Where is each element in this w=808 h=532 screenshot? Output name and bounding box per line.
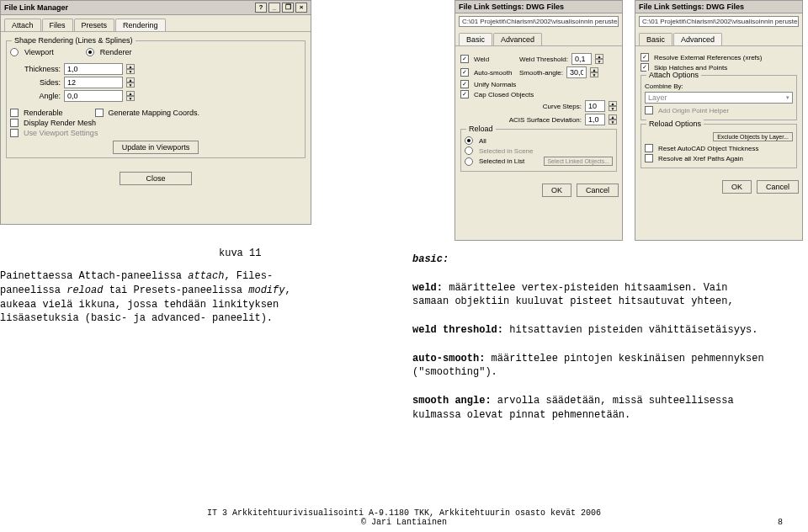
reload-title: Reload (466, 125, 496, 133)
addhelper-checkbox[interactable] (645, 106, 653, 114)
flm-title: File Link Manager (4, 3, 255, 12)
reload-options-group: Reload Options Exclude Objects by Layer.… (641, 124, 797, 168)
dwg2-title: File Link Settings: DWG Files (639, 3, 799, 11)
update-viewports-button[interactable]: Update in Viewports (113, 141, 199, 154)
reload-list-label: Selected in List (479, 157, 540, 165)
dwg2-path[interactable]: C:\01 Projektit\Chiarismi\2002\visualiso… (639, 16, 799, 27)
capclosed-label: Cap Closed Objects (474, 91, 534, 98)
reload-group: Reload All Selected in Scene Selected in… (460, 129, 617, 172)
spin-down-icon[interactable]: ▼ (126, 69, 135, 74)
resolve-label: Resolve External References (xrefs) (654, 54, 763, 61)
tab-files[interactable]: Files (42, 19, 73, 31)
acis-label: ACIS Surface Deviation: (509, 116, 582, 124)
curvesteps-input[interactable] (585, 100, 605, 112)
reload-options-title: Reload Options (646, 120, 704, 128)
weldthr-label: Weld Threshold: (519, 56, 568, 63)
attach-options-title: Attach Options (646, 71, 701, 79)
combine-dropdown[interactable]: Layer (645, 92, 793, 104)
minimize-icon[interactable]: _ (268, 3, 280, 13)
renderer-label: Renderer (100, 48, 132, 56)
renderable-label: Renderable (24, 109, 63, 117)
unify-checkbox[interactable]: ✓ (460, 80, 469, 88)
viewport-radio[interactable] (10, 48, 19, 56)
reload-scene-label: Selected in Scene (479, 147, 534, 155)
dwg2-tab-basic[interactable]: Basic (639, 33, 672, 45)
dwg1-titlebar[interactable]: File Link Settings: DWG Files (455, 1, 622, 13)
autosmooth-checkbox[interactable]: ✓ (460, 68, 469, 77)
dwg1-ok-button[interactable]: OK (542, 184, 571, 197)
dwg1-path[interactable]: C:\01 Projektit\Chiarismi\2002\visualiso… (459, 16, 619, 27)
shape-rendering-group: Shape Rendering (Lines & Splines) Viewpo… (6, 40, 306, 158)
restore-icon[interactable]: ❐ (282, 3, 294, 13)
page-number: 8 (778, 518, 783, 527)
reload-all-label: All (479, 137, 486, 145)
sides-input[interactable] (64, 77, 123, 88)
reset-checkbox[interactable] (645, 144, 653, 152)
reload-scene-radio[interactable] (465, 146, 473, 155)
thickness-label: Thickness: (10, 65, 61, 73)
spin-down-icon[interactable]: ▼ (595, 59, 603, 64)
renderable-checkbox[interactable] (10, 109, 19, 117)
footer: IT 3 Arkkitehtuurivisualisointi A-9.1180… (0, 508, 808, 527)
flm-close-button[interactable]: Close (120, 172, 191, 185)
reload-list-radio[interactable] (465, 157, 473, 166)
file-link-manager-dialog: File Link Manager ? _ ❐ × Attach Files P… (0, 0, 311, 225)
addhelper-label: Add Origin Point Helper (658, 107, 729, 114)
angle-label: Angle: (10, 92, 61, 100)
resolve-checkbox[interactable]: ✓ (641, 53, 649, 61)
renderer-radio[interactable] (86, 48, 94, 56)
dwg2-tab-advanced[interactable]: Advanced (673, 33, 722, 45)
angle-input[interactable] (64, 90, 123, 102)
help-icon[interactable]: ? (255, 3, 267, 13)
tab-rendering[interactable]: Rendering (115, 19, 166, 31)
usevp-checkbox[interactable] (10, 129, 19, 137)
dwg-settings-advanced-dialog: File Link Settings: DWG Files C:\01 Proj… (635, 0, 803, 241)
dwg2-titlebar[interactable]: File Link Settings: DWG Files (635, 1, 802, 13)
dwg2-ok-button[interactable]: OK (722, 180, 752, 194)
thickness-input[interactable] (64, 63, 123, 75)
dwg1-title: File Link Settings: DWG Files (459, 3, 619, 11)
tab-attach[interactable]: Attach (4, 19, 41, 31)
dwg-settings-basic-dialog: File Link Settings: DWG Files C:\01 Proj… (454, 0, 623, 241)
select-linked-button[interactable]: Select Linked Objects... (544, 157, 613, 166)
capclosed-checkbox[interactable]: ✓ (460, 90, 469, 98)
dwg1-tab-basic[interactable]: Basic (459, 33, 492, 45)
exclude-button[interactable]: Exclude Objects by Layer... (713, 132, 793, 141)
caption: kuva 11 (219, 247, 261, 261)
reload-all-radio[interactable] (465, 136, 473, 145)
left-body-text: Painettaessa Attach-paneelissa attach, F… (0, 269, 311, 326)
weld-label: Weld (474, 56, 516, 63)
spin-down-icon[interactable]: ▼ (609, 120, 617, 125)
smoothang-label: Smooth-angle: (519, 69, 563, 77)
spin-down-icon[interactable]: ▼ (126, 96, 135, 101)
dwg1-cancel-button[interactable]: Cancel (577, 184, 619, 197)
dwg1-tab-advanced[interactable]: Advanced (493, 33, 542, 45)
shape-rendering-title: Shape Rendering (Lines & Splines) (12, 36, 136, 45)
resolvexref-checkbox[interactable] (645, 154, 653, 162)
tab-presets[interactable]: Presets (74, 19, 115, 31)
reset-label: Reset AutoCAD Object Thickness (658, 145, 758, 152)
displaymesh-label: Display Render Mesh (24, 119, 96, 127)
genmap-label: Generate Mapping Coords. (109, 109, 200, 117)
flm-titlebar[interactable]: File Link Manager ? _ ❐ × (1, 1, 311, 15)
right-body-text: basic: weld: määrittelee vertex-pisteide… (412, 253, 766, 423)
displaymesh-checkbox[interactable] (10, 119, 19, 127)
dwg2-cancel-button[interactable]: Cancel (757, 180, 799, 194)
smoothang-input[interactable] (566, 66, 587, 78)
weldthr-input[interactable] (571, 53, 592, 65)
autosmooth-label: Auto-smooth (474, 69, 516, 77)
sides-label: Sides: (10, 78, 61, 87)
combine-label: Combine By: (645, 82, 793, 90)
curvesteps-label: Curve Steps: (543, 103, 582, 110)
spin-down-icon[interactable]: ▼ (126, 82, 135, 88)
usevp-label: Use Viewport Settings (24, 129, 98, 137)
viewport-label: Viewport (24, 48, 54, 56)
weld-checkbox[interactable]: ✓ (460, 55, 469, 63)
spin-down-icon[interactable]: ▼ (590, 72, 598, 77)
unify-label: Unify Normals (474, 81, 516, 88)
spin-down-icon[interactable]: ▼ (609, 106, 617, 111)
acis-input[interactable] (585, 114, 605, 125)
attach-options-group: Attach Options Combine By: Layer Add Ori… (641, 75, 797, 120)
genmap-checkbox[interactable] (95, 109, 104, 117)
close-icon[interactable]: × (295, 3, 307, 13)
